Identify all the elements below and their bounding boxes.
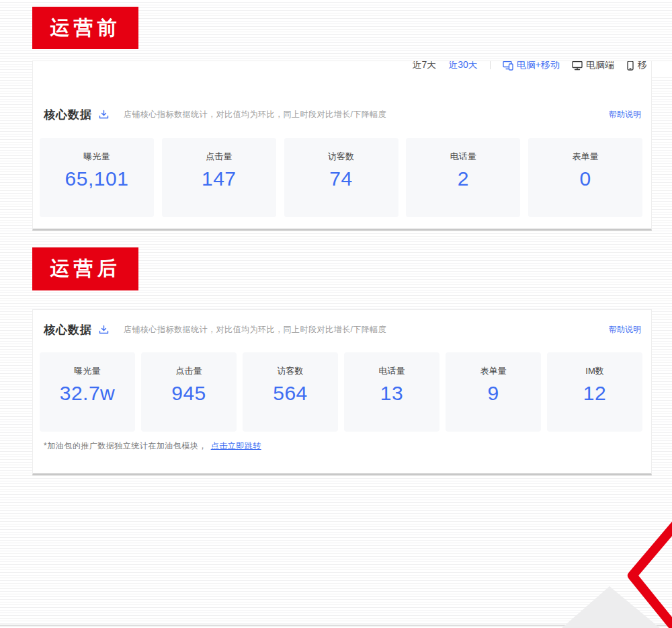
card-title: 核心数据 <box>44 107 92 122</box>
bottom-divider-line <box>0 625 672 626</box>
mobile-icon <box>626 61 634 71</box>
metric-value: 13 <box>380 382 403 405</box>
metric-tile-calls: 电话量 2 <box>406 138 520 217</box>
core-data-card-before: 近7天 近30天 电脑+移动 电脑端 <box>32 61 652 231</box>
metric-value: 147 <box>202 167 237 190</box>
core-data-card-after: 核心数据 店铺核心指标数据统计，对比值均为环比，同上时段对比增长/下降幅度 帮助… <box>32 309 652 475</box>
pc-icon <box>572 61 583 71</box>
filter-bar-strip <box>651 61 672 77</box>
metric-value: 564 <box>273 382 308 405</box>
filter-device-pc-label: 电脑端 <box>586 61 614 71</box>
booster-pack-footnote: *加油包的推广数据独立统计在加油包模块，点击立即跳转 <box>44 440 261 452</box>
metric-label: 访客数 <box>278 365 304 377</box>
filter-divider <box>490 61 491 69</box>
filter-last-7-days[interactable]: 近7天 <box>412 61 436 71</box>
bottom-decoration <box>0 494 672 628</box>
metric-label: 曝光量 <box>84 151 110 163</box>
pc-mobile-icon <box>503 61 513 71</box>
help-link[interactable]: 帮助说明 <box>609 109 641 120</box>
gray-triangle-shape <box>562 586 660 628</box>
metric-value: 945 <box>171 382 206 405</box>
metric-tile-visitors: 访客数 74 <box>284 138 398 217</box>
metric-tile-forms: 表单量 0 <box>528 138 642 217</box>
card-description: 店铺核心指标数据统计，对比值均为环比，同上时段对比增长/下降幅度 <box>124 109 386 120</box>
card-description: 店铺核心指标数据统计，对比值均为环比，同上时段对比增长/下降幅度 <box>124 324 386 336</box>
footnote-text: *加油包的推广数据独立统计在加油包模块， <box>44 441 207 450</box>
card-header: 核心数据 店铺核心指标数据统计，对比值均为环比，同上时段对比增长/下降幅度 帮助… <box>44 107 641 122</box>
after-operation-badge: 运营后 <box>32 247 138 290</box>
metric-tiles: 曝光量 65,101 点击量 147 访客数 74 电话量 2 表单量 0 <box>40 138 642 217</box>
filter-device-pc[interactable]: 电脑端 <box>572 61 614 71</box>
metric-value: 2 <box>458 167 469 190</box>
jump-now-link[interactable]: 点击立即跳转 <box>211 441 261 450</box>
download-icon[interactable] <box>99 110 109 120</box>
metric-value: 0 <box>579 167 591 190</box>
metric-tile-visitors: 访客数 564 <box>243 352 338 432</box>
metric-label: 表单量 <box>573 151 599 163</box>
filter-bar: 近7天 近30天 电脑+移动 电脑端 <box>412 61 647 76</box>
metric-label: 点击量 <box>206 151 232 163</box>
metric-label: 电话量 <box>450 151 476 163</box>
metric-label: 点击量 <box>176 365 202 377</box>
filter-device-mobile[interactable]: 移 <box>626 61 647 71</box>
metric-tile-im: IM数 12 <box>547 352 642 432</box>
filter-device-pc-mobile-label: 电脑+移动 <box>517 61 560 71</box>
metric-tile-clicks: 点击量 147 <box>162 138 276 217</box>
metric-value: 74 <box>329 167 352 190</box>
help-link[interactable]: 帮助说明 <box>609 324 641 336</box>
metric-label: IM数 <box>585 365 603 377</box>
card-header: 核心数据 店铺核心指标数据统计，对比值均为环比，同上时段对比增长/下降幅度 帮助… <box>44 322 641 338</box>
metric-value: 32.7w <box>60 382 116 405</box>
card-title: 核心数据 <box>44 322 92 338</box>
metric-value: 65,101 <box>65 167 129 190</box>
metric-tile-exposure: 曝光量 65,101 <box>40 138 154 217</box>
metric-tile-clicks: 点击量 945 <box>141 352 237 432</box>
metric-label: 表单量 <box>480 365 507 377</box>
filter-last-30-days[interactable]: 近30天 <box>448 61 478 71</box>
before-operation-badge: 运营前 <box>32 7 138 49</box>
metric-value: 9 <box>487 382 499 405</box>
metric-label: 曝光量 <box>75 365 101 377</box>
red-chevron-shape <box>632 518 672 628</box>
metric-label: 电话量 <box>379 365 405 377</box>
filter-device-mobile-label: 移 <box>638 61 647 71</box>
metric-value: 12 <box>583 382 606 405</box>
metric-tile-exposure: 曝光量 32.7w <box>40 352 135 432</box>
metric-tiles: 曝光量 32.7w 点击量 945 访客数 564 电话量 13 表单量 9 I… <box>40 352 642 432</box>
metric-tile-calls: 电话量 13 <box>344 352 439 432</box>
download-icon[interactable] <box>99 325 109 335</box>
filter-device-pc-mobile[interactable]: 电脑+移动 <box>503 61 560 71</box>
metric-tile-forms: 表单量 9 <box>446 352 541 432</box>
metric-label: 访客数 <box>328 151 354 163</box>
